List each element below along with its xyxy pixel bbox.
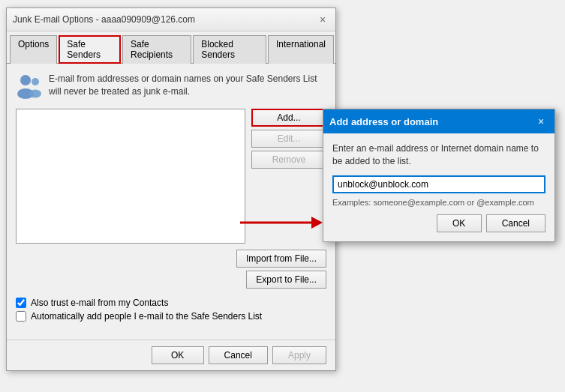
- description-text: E-mail from addresses or domain names on…: [49, 73, 326, 98]
- tab-blocked-senders[interactable]: Blocked Senders: [193, 35, 266, 64]
- description-area: E-mail from addresses or domain names on…: [16, 73, 326, 100]
- address-input[interactable]: [332, 175, 545, 193]
- tab-safe-senders[interactable]: Safe Senders: [59, 35, 121, 64]
- arrow-svg: [240, 214, 323, 232]
- svg-point-3: [29, 90, 41, 98]
- remove-button[interactable]: Remove: [251, 151, 326, 169]
- edit-button[interactable]: Edit...: [251, 130, 326, 148]
- auto-add-checkbox[interactable]: [16, 311, 26, 322]
- export-button[interactable]: Export to File...: [246, 271, 326, 289]
- auto-add-label[interactable]: Automatically add people I e-mail to the…: [31, 311, 262, 322]
- ok-button[interactable]: OK: [152, 346, 204, 364]
- svg-point-2: [32, 78, 39, 85]
- title-bar: Junk E-mail Options - aaaa090909@126.com…: [7, 8, 335, 31]
- senders-list[interactable]: [16, 109, 245, 244]
- tab-international[interactable]: International: [268, 35, 334, 64]
- import-export-area: Import from File... Export to File...: [16, 250, 326, 289]
- tab-options[interactable]: Options: [10, 35, 57, 64]
- arrow-indicator: [240, 214, 323, 234]
- sub-footer: OK Cancel: [332, 214, 545, 232]
- sub-ok-button[interactable]: OK: [437, 214, 482, 232]
- tab-content: E-mail from addresses or domain names on…: [7, 64, 335, 334]
- tab-bar: Options Safe Senders Safe Recipients Blo…: [7, 31, 335, 64]
- window-title: Junk E-mail Options - aaaa090909@126.com: [13, 14, 195, 25]
- tab-safe-recipients[interactable]: Safe Recipients: [122, 35, 191, 64]
- svg-marker-5: [311, 217, 323, 229]
- import-button[interactable]: Import from File...: [236, 250, 326, 268]
- main-dialog: Junk E-mail Options - aaaa090909@126.com…: [6, 7, 336, 371]
- apply-button[interactable]: Apply: [272, 346, 326, 364]
- trust-contacts-row: Also trust e-mail from my Contacts: [16, 298, 326, 308]
- dialog-footer: OK Cancel Apply: [7, 340, 335, 370]
- examples-text: Examples: someone@example.com or @exampl…: [332, 198, 545, 207]
- window-close-button[interactable]: ×: [316, 13, 329, 26]
- trust-contacts-checkbox[interactable]: [16, 298, 26, 308]
- add-button[interactable]: Add...: [251, 109, 326, 127]
- sub-dialog: Add address or domain × Enter an e-mail …: [323, 109, 555, 242]
- sub-description: Enter an e-mail address or Internet doma…: [332, 142, 545, 168]
- trust-contacts-label[interactable]: Also trust e-mail from my Contacts: [31, 298, 168, 308]
- people-icon: [16, 73, 43, 100]
- checkboxes-area: Also trust e-mail from my Contacts Autom…: [16, 298, 326, 322]
- sub-title-bar: Add address or domain ×: [323, 109, 554, 133]
- cancel-button[interactable]: Cancel: [209, 346, 268, 364]
- sub-close-button[interactable]: ×: [533, 114, 548, 129]
- auto-add-row: Automatically add people I e-mail to the…: [16, 311, 326, 322]
- svg-point-0: [20, 75, 31, 85]
- sub-cancel-button[interactable]: Cancel: [486, 214, 545, 232]
- sub-dialog-title: Add address or domain: [329, 116, 438, 127]
- sub-content: Enter an e-mail address or Internet doma…: [323, 133, 554, 241]
